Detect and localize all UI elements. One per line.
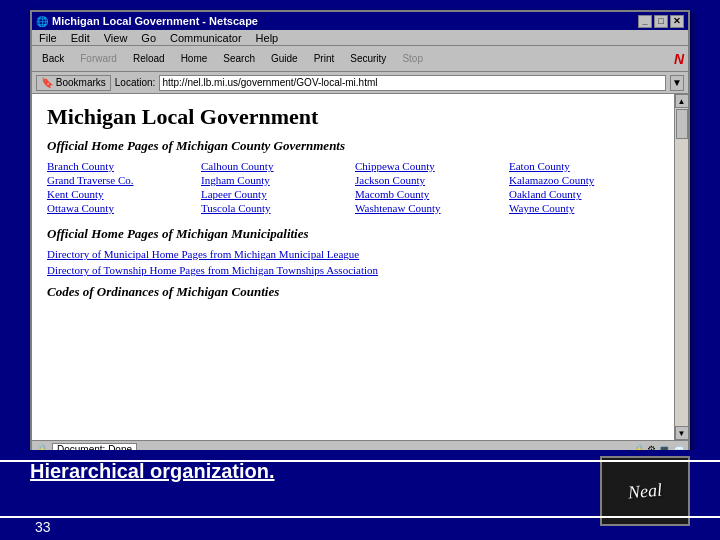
codes-heading: Codes of Ordinances of Michigan Counties xyxy=(47,284,659,300)
county-link[interactable]: Grand Traverse Co. xyxy=(47,174,197,186)
browser-icon: 🌐 xyxy=(36,16,48,27)
menu-file[interactable]: File xyxy=(36,32,60,44)
county-link[interactable]: Chippewa County xyxy=(355,160,505,172)
county-link[interactable]: Macomb County xyxy=(355,188,505,200)
browser-container: 🌐 Michigan Local Government - Netscape _… xyxy=(30,10,690,460)
title-bar-left: 🌐 Michigan Local Government - Netscape xyxy=(36,15,258,27)
maximize-button[interactable]: □ xyxy=(654,15,668,28)
municipalities-section: Official Home Pages of Michigan Municipa… xyxy=(47,226,659,276)
county-link[interactable]: Eaton County xyxy=(509,160,659,172)
scroll-track xyxy=(675,108,688,426)
scrollbar: ▲ ▼ xyxy=(674,94,688,440)
divider-bottom xyxy=(0,516,720,518)
county-link[interactable]: Branch County xyxy=(47,160,197,172)
toolbar-logo: N xyxy=(674,50,684,68)
county-section-heading: Official Home Pages of Michigan County G… xyxy=(47,138,659,154)
county-link[interactable]: Oakland County xyxy=(509,188,659,200)
county-grid: Branch CountyCalhoun CountyChippewa Coun… xyxy=(47,160,659,214)
page-number: 33 xyxy=(35,519,51,535)
county-link[interactable]: Lapeer County xyxy=(201,188,351,200)
title-bar: 🌐 Michigan Local Government - Netscape _… xyxy=(32,12,688,30)
menu-bar: File Edit View Go Communicator Help xyxy=(32,30,688,46)
search-button[interactable]: Search xyxy=(217,49,261,69)
county-link[interactable]: Kent County xyxy=(47,188,197,200)
content-wrapper: Michigan Local Government Official Home … xyxy=(32,94,688,440)
url-input[interactable] xyxy=(159,75,666,91)
guide-button[interactable]: Guide xyxy=(265,49,304,69)
menu-edit[interactable]: Edit xyxy=(68,32,93,44)
toolbar: Back Forward Reload Home Search Guide Pr… xyxy=(32,46,688,72)
browser-window: 🌐 Michigan Local Government - Netscape _… xyxy=(30,10,690,460)
county-link[interactable]: Ottawa County xyxy=(47,202,197,214)
menu-view[interactable]: View xyxy=(101,32,131,44)
window-title: Michigan Local Government - Netscape xyxy=(52,15,258,27)
print-button[interactable]: Print xyxy=(308,49,341,69)
county-link[interactable]: Washtenaw County xyxy=(355,202,505,214)
county-link[interactable]: Jackson County xyxy=(355,174,505,186)
municipality-link[interactable]: Directory of Municipal Home Pages from M… xyxy=(47,248,659,260)
location-bar: 🔖 Bookmarks Location: ▼ xyxy=(32,72,688,94)
menu-go[interactable]: Go xyxy=(138,32,159,44)
minimize-button[interactable]: _ xyxy=(638,15,652,28)
municipalities-heading: Official Home Pages of Michigan Municipa… xyxy=(47,226,659,242)
security-button[interactable]: Security xyxy=(344,49,392,69)
reload-button[interactable]: Reload xyxy=(127,49,171,69)
county-link[interactable]: Calhoun County xyxy=(201,160,351,172)
location-label: Location: xyxy=(115,77,156,88)
back-button[interactable]: Back xyxy=(36,49,70,69)
municipality-link[interactable]: Directory of Township Home Pages from Mi… xyxy=(47,264,659,276)
close-button[interactable]: ✕ xyxy=(670,15,684,28)
forward-button[interactable]: Forward xyxy=(74,49,123,69)
stop-button[interactable]: Stop xyxy=(396,49,429,69)
bottom-section: Hierarchical organization. Neal xyxy=(0,450,720,540)
content-area: Michigan Local Government Official Home … xyxy=(32,94,674,440)
home-button[interactable]: Home xyxy=(175,49,214,69)
bookmarks-button[interactable]: 🔖 Bookmarks xyxy=(36,75,111,91)
scroll-up-button[interactable]: ▲ xyxy=(675,94,689,108)
menu-help[interactable]: Help xyxy=(253,32,282,44)
county-link[interactable]: Tuscola County xyxy=(201,202,351,214)
scroll-thumb[interactable] xyxy=(676,109,688,139)
location-dropdown-arrow[interactable]: ▼ xyxy=(670,75,684,91)
county-link[interactable]: Kalamazoo County xyxy=(509,174,659,186)
county-link[interactable]: Ingham County xyxy=(201,174,351,186)
menu-communicator[interactable]: Communicator xyxy=(167,32,245,44)
county-link[interactable]: Wayne County xyxy=(509,202,659,214)
scroll-down-button[interactable]: ▼ xyxy=(675,426,689,440)
window-controls: _ □ ✕ xyxy=(638,15,684,28)
logo-text: Neal xyxy=(627,479,663,503)
page-title: Michigan Local Government xyxy=(47,104,659,130)
divider-top xyxy=(0,460,720,462)
